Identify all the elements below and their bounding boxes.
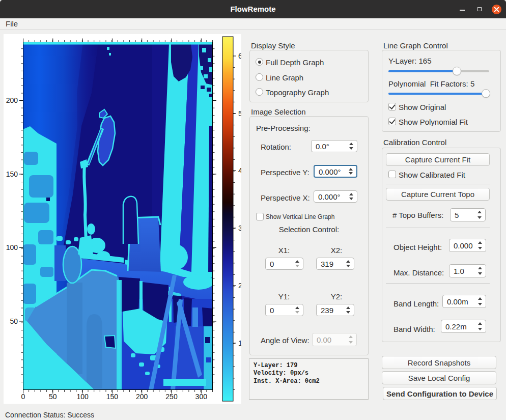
svg-text:200: 200 <box>6 96 18 104</box>
svg-text:2: 2 <box>238 282 241 290</box>
svg-text:6: 6 <box>238 52 241 60</box>
svg-text:150: 150 <box>106 393 119 401</box>
svg-text:1: 1 <box>238 339 241 347</box>
svg-text:5: 5 <box>238 109 241 118</box>
svg-text:0: 0 <box>21 393 25 401</box>
svg-text:50: 50 <box>10 317 18 325</box>
svg-text:4: 4 <box>238 166 241 175</box>
svg-text:100: 100 <box>6 243 18 251</box>
svg-text:50: 50 <box>49 393 57 401</box>
svg-text:300: 300 <box>195 393 208 401</box>
svg-text:100: 100 <box>76 393 89 401</box>
svg-text:3: 3 <box>238 224 241 232</box>
svg-text:250: 250 <box>165 393 178 401</box>
svg-text:200: 200 <box>136 393 148 401</box>
svg-text:150: 150 <box>6 170 18 178</box>
